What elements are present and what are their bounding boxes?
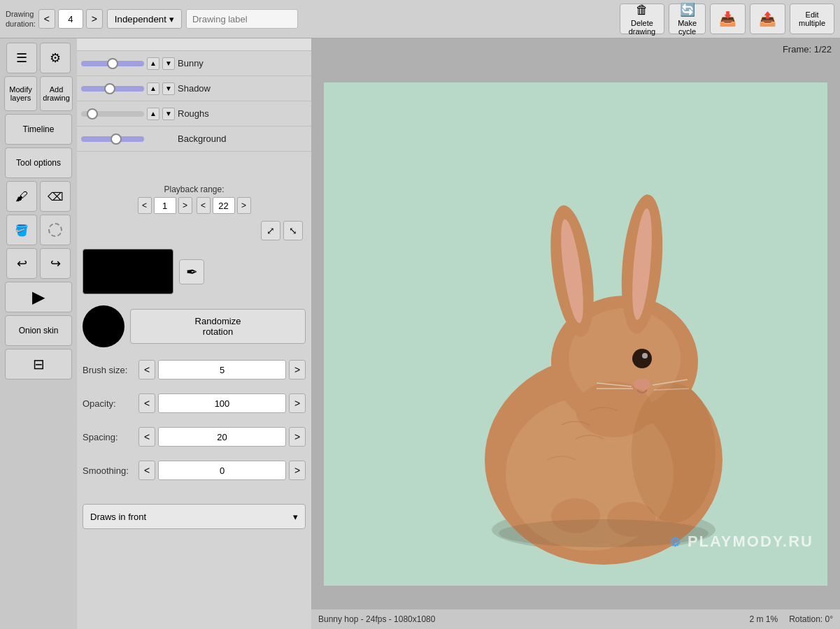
top-icons-row: ☰ ⚙ [6,43,71,73]
duration-increase-button[interactable]: > [86,9,103,29]
import-icon: 📥 [719,10,736,27]
color-swatch[interactable] [83,249,173,294]
top-toolbar: Drawingduration: < 4 > Independent ▾ 🗑 D… [0,0,840,38]
redo-icon: ↪ [50,256,61,271]
eraser-icon: ⌫ [48,190,64,203]
brush-size-increase[interactable]: > [289,360,306,379]
playback-range-label: Playback range: [87,185,301,194]
timeline-button[interactable]: Timeline [5,114,72,145]
add-drawing-button[interactable]: Add drawing [40,76,73,111]
smoothing-increase[interactable]: > [289,461,306,480]
fill-select-row: 🪣 [6,215,71,245]
draws-in-front-chevron-icon: ▾ [293,512,298,522]
playback-range: Playback range: < 1 > < 22 > [83,180,306,218]
menu-button[interactable]: ☰ [6,43,37,73]
independent-label: Independent [115,14,166,24]
layers-panel: ▲ ▼ Bunny ▲ ▼ Shadow ▲ ▼ Roughs [77,38,311,175]
drawing-label-input[interactable] [186,9,298,29]
background-layer-name: Background [178,133,234,144]
brush-preview [83,305,124,347]
opacity-increase[interactable]: > [289,393,306,413]
shadow-up-button[interactable]: ▲ [147,82,159,95]
opacity-stepper: < 100 > [138,393,306,413]
slider-icon: ⊟ [33,356,45,373]
range-start-value: 1 [154,197,176,214]
opacity-label: Opacity: [83,398,138,409]
toolbar-btn-group: 🗑 Delete drawing 🔄 Make cycle 📥 📤 Edit m… [620,3,834,34]
settings-button[interactable]: ⚙ [40,43,71,73]
smoothing-stepper: < 0 > [138,461,306,480]
independent-chevron-icon: ▾ [169,14,174,24]
redo-button[interactable]: ↪ [40,248,71,279]
opacity-decrease[interactable]: < [138,393,155,413]
brush-tool-button[interactable]: 🖌 [6,181,37,212]
delete-drawing-label: Delete drawing [629,19,656,36]
canvas-image[interactable]: ⚙ PLAYMODY.RU [324,82,827,586]
import-button[interactable]: 📥 [710,3,746,34]
smoothing-label: Smoothing: [83,465,138,476]
layer-row-roughs: ▲ ▼ Roughs [77,101,311,126]
roughs-up-button[interactable]: ▲ [147,108,159,120]
expand-button[interactable]: ⤢ [261,221,280,240]
brush-size-decrease[interactable]: < [138,360,155,379]
export-icon: 📤 [759,10,776,27]
tool-options-button[interactable]: Tool options [5,147,72,178]
duration-decrease-button[interactable]: < [38,9,55,29]
export-button[interactable]: 📤 [750,3,785,34]
canvas-bottom-bar: Bunny hop - 24fps - 1080x1080 2 m 1% Rot… [311,609,840,629]
play-button[interactable]: ▶ [5,282,72,312]
delete-drawing-button[interactable]: 🗑 Delete drawing [620,3,665,34]
duration-group: Drawingduration: < 4 > [6,9,103,29]
opacity-value: 100 [158,393,286,413]
modify-layers-button[interactable]: Modify layers [4,76,37,111]
collapse-button[interactable]: ⤡ [283,221,303,240]
slider-button[interactable]: ⊟ [5,349,72,379]
canvas-area: Frame: 1/22 [311,38,840,629]
edit-multiple-label: Edit multiple [799,10,825,27]
smoothing-decrease[interactable]: < [138,461,155,480]
brush-erase-row: 🖌 ⌫ [6,181,71,212]
undo-button[interactable]: ↩ [6,248,37,279]
svg-point-12 [642,353,648,359]
shadow-down-button[interactable]: ▼ [162,82,175,95]
tool-options-label: Tool options [16,158,61,168]
rabbit-illustration [324,82,827,586]
canvas-wrapper[interactable]: ⚙ PLAYMODY.RU [311,59,840,608]
modify-layers-label: Modify layers [9,85,31,102]
range-end-increase[interactable]: > [237,197,251,214]
roughs-down-button[interactable]: ▼ [162,108,175,120]
add-drawing-label: Add drawing [43,85,70,102]
randomize-rotation-button[interactable]: Randomize rotation [130,309,306,344]
shadow-layer-name: Shadow [178,83,234,94]
roughs-layer-name: Roughs [178,108,234,119]
duration-value: 4 [58,9,83,29]
eyedropper-button[interactable]: ✒ [179,259,204,284]
menu-icon: ☰ [16,50,27,66]
select-tool-button[interactable] [40,215,71,245]
bunny-up-button[interactable]: ▲ [147,57,159,70]
spacing-decrease[interactable]: < [138,427,155,447]
independent-dropdown[interactable]: Independent ▾ [107,9,182,29]
delete-icon: 🗑 [636,3,648,17]
eraser-tool-button[interactable]: ⌫ [40,181,71,212]
make-cycle-button[interactable]: 🔄 Make cycle [669,3,706,34]
range-end-stepper: < 22 > [197,197,251,214]
layer-row-background: Background [77,126,311,152]
spacing-increase[interactable]: > [289,427,306,447]
draws-in-front-button[interactable]: Draws in front ▾ [83,504,306,529]
range-end-decrease[interactable]: < [197,197,211,214]
cycle-icon: 🔄 [680,2,695,17]
onion-skin-button[interactable]: Onion skin [5,315,72,346]
draws-in-front-label: Draws in front [90,512,146,522]
edit-multiple-button[interactable]: Edit multiple [790,3,834,34]
smoothing-value: 0 [158,461,286,480]
bunny-down-button[interactable]: ▼ [162,57,175,70]
select-icon [48,223,62,237]
opacity-row: Opacity: < 100 > [83,393,306,413]
eyedropper-icon: ✒ [186,263,198,280]
range-start-increase[interactable]: > [178,197,192,214]
color-section: ✒ [83,249,306,294]
range-start-decrease[interactable]: < [138,197,152,214]
spacing-row: Spacing: < 20 > [83,427,306,447]
fill-tool-button[interactable]: 🪣 [6,215,37,245]
